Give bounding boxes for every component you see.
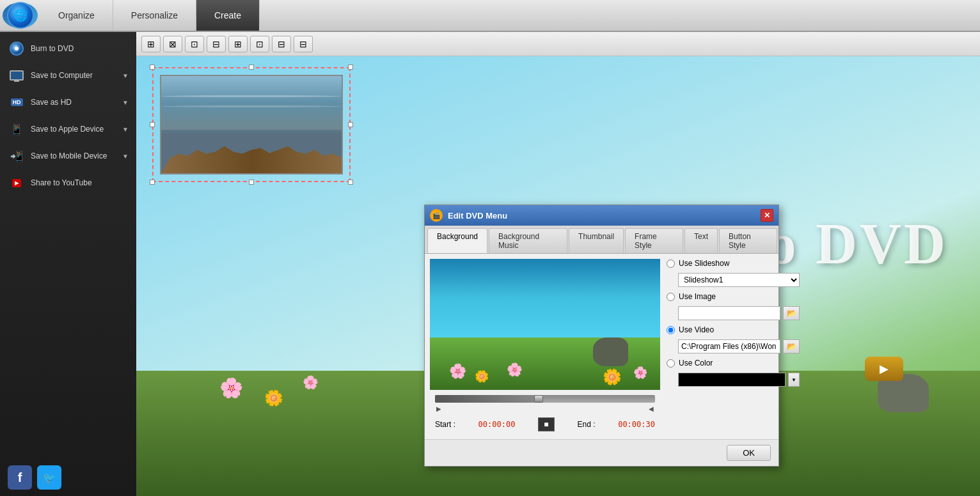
- main-layout: Burn to DVD Save to Computer ▼ HD Save a…: [0, 32, 980, 496]
- color-box[interactable]: [678, 373, 786, 387]
- tab-create[interactable]: Create: [196, 0, 260, 31]
- resize-handle-bl[interactable]: [150, 180, 155, 185]
- time-row: Start : 00:00:00 End : 00:00:30: [430, 415, 660, 434]
- video-browse-button[interactable]: 📂: [783, 339, 800, 353]
- seek-start-arrow[interactable]: ▶: [436, 405, 441, 412]
- sidebar-item-burn-dvd[interactable]: Burn to DVD: [0, 35, 136, 62]
- dialog-title: Edit DVD Menu: [448, 211, 761, 221]
- seek-bar-track[interactable]: [435, 395, 655, 403]
- use-image-row: Use Image: [667, 292, 800, 301]
- tab-personalize[interactable]: Personalize: [113, 0, 196, 31]
- resize-handle-tm[interactable]: [249, 65, 254, 70]
- twitter-icon: 🐦: [43, 472, 56, 484]
- play-button[interactable]: [865, 357, 903, 381]
- use-slideshow-label[interactable]: Use Slideshow: [679, 259, 729, 268]
- start-label: Start :: [435, 420, 455, 429]
- resize-handle-tl[interactable]: [150, 65, 155, 70]
- seek-area: ▶ ◀: [430, 392, 660, 412]
- image-path-input[interactable]: [678, 306, 780, 320]
- sidebar-item-burn-dvd-label: Burn to DVD: [31, 44, 129, 53]
- seek-bar-thumb[interactable]: [534, 395, 543, 403]
- top-navigation: 🌐 Organize Personalize Create: [0, 0, 980, 32]
- resize-handle-br[interactable]: [348, 180, 353, 185]
- dialog-close-button[interactable]: ✕: [761, 209, 773, 222]
- tab-text[interactable]: Text: [684, 228, 718, 253]
- tab-button-style[interactable]: Button Style: [719, 228, 777, 253]
- seek-end-arrow[interactable]: ◀: [649, 405, 654, 412]
- video-flower4: 🌼: [603, 368, 622, 386]
- use-image-radio[interactable]: [667, 293, 675, 301]
- video-rock: [593, 337, 628, 366]
- align-middle-button[interactable]: ⊞: [228, 36, 248, 52]
- image-file-row: 📂: [678, 306, 800, 320]
- align-bottom-button[interactable]: ⊡: [250, 36, 269, 52]
- preview-container[interactable]: [152, 67, 351, 182]
- flower-decoration: 🌸: [219, 376, 243, 399]
- video-file-row: 📂: [678, 339, 800, 353]
- use-video-label[interactable]: Use Video: [679, 325, 714, 334]
- sidebar-item-save-apple[interactable]: 📱 Save to Apple Device ▼: [0, 116, 136, 143]
- dialog-titlebar: 🎬 Edit DVD Menu ✕: [425, 205, 778, 226]
- sidebar-item-save-computer-label: Save to Computer: [31, 71, 122, 80]
- dialog-tabs: Background Background Music Thumbnail Fr…: [425, 226, 778, 254]
- toolbar: ⊞ ⊠ ⊡ ⊟ ⊞ ⊡ ⊟ ⊟: [136, 32, 980, 56]
- video-flower5: 🌸: [633, 366, 647, 380]
- use-color-row: Use Color: [667, 359, 800, 368]
- twitter-button[interactable]: 🐦: [37, 465, 61, 490]
- play-button-area: [865, 357, 903, 381]
- align-center-h-button[interactable]: ⊠: [163, 36, 182, 52]
- use-video-radio[interactable]: [667, 326, 675, 334]
- mobile-icon: 📲: [8, 149, 26, 163]
- facebook-button[interactable]: f: [8, 465, 32, 490]
- sidebar-item-share-youtube[interactable]: ▶ Share to YouTube: [0, 169, 136, 196]
- distribute-v-button[interactable]: ⊟: [294, 36, 313, 52]
- sidebar-item-save-computer[interactable]: Save to Computer ▼: [0, 62, 136, 89]
- arrow-icon: ▼: [122, 99, 129, 106]
- align-right-button[interactable]: ⊡: [185, 36, 204, 52]
- color-picker-row: ▼: [678, 373, 800, 387]
- align-top-button[interactable]: ⊟: [207, 36, 226, 52]
- tab-organize[interactable]: Organize: [40, 0, 113, 31]
- dvd-icon: [8, 42, 26, 56]
- resize-handle-ml[interactable]: [150, 122, 155, 127]
- youtube-icon: ▶: [8, 176, 26, 190]
- ok-button[interactable]: OK: [727, 445, 771, 461]
- preview-image: [160, 75, 343, 174]
- sidebar: Burn to DVD Save to Computer ▼ HD Save a…: [0, 32, 136, 496]
- end-label: End :: [578, 420, 596, 429]
- end-time: 00:00:30: [618, 420, 655, 429]
- align-left-button[interactable]: ⊞: [141, 36, 161, 52]
- video-flower3: 🌸: [507, 362, 523, 377]
- sidebar-item-save-apple-label: Save to Apple Device: [31, 125, 122, 134]
- dialog-footer: OK: [425, 439, 778, 466]
- sidebar-item-save-hd[interactable]: HD Save as HD ▼: [0, 89, 136, 116]
- slideshow-dropdown-row: Slideshow1: [678, 273, 800, 287]
- color-dropdown-button[interactable]: ▼: [788, 373, 800, 387]
- image-browse-button[interactable]: 📂: [783, 306, 800, 320]
- tab-thumbnail[interactable]: Thumbnail: [569, 228, 624, 253]
- tab-background-music[interactable]: Background Music: [489, 228, 567, 253]
- use-slideshow-radio[interactable]: [667, 260, 675, 268]
- resize-handle-bm[interactable]: [249, 180, 254, 185]
- sidebar-item-save-mobile-label: Save to Mobile Device: [31, 151, 122, 160]
- resize-handle-tr[interactable]: [348, 65, 353, 70]
- stop-button[interactable]: [538, 417, 555, 431]
- start-time: 00:00:00: [478, 420, 516, 429]
- use-color-label[interactable]: Use Color: [679, 359, 713, 368]
- slideshow-select[interactable]: Slideshow1: [678, 273, 800, 287]
- sidebar-item-save-mobile[interactable]: 📲 Save to Mobile Device ▼: [0, 143, 136, 169]
- use-color-radio[interactable]: [667, 359, 675, 368]
- flower-decoration2: 🌼: [264, 389, 283, 407]
- social-icons-area: f 🐦: [0, 459, 136, 496]
- tab-background[interactable]: Background: [427, 228, 487, 253]
- use-slideshow-row: Use Slideshow: [667, 259, 800, 268]
- distribute-h-button[interactable]: ⊟: [272, 36, 291, 52]
- facebook-icon: f: [18, 470, 22, 485]
- sidebar-item-share-youtube-label: Share to YouTube: [31, 178, 129, 187]
- use-image-label[interactable]: Use Image: [679, 292, 716, 301]
- video-path-input[interactable]: [678, 339, 780, 353]
- resize-handle-mr[interactable]: [348, 122, 353, 127]
- tab-frame-style[interactable]: Frame Style: [625, 228, 683, 253]
- edit-dvd-menu-dialog: 🎬 Edit DVD Menu ✕ Background Background …: [424, 205, 779, 467]
- controls-panel: Use Slideshow Slideshow1 Use Image 📂: [667, 259, 800, 434]
